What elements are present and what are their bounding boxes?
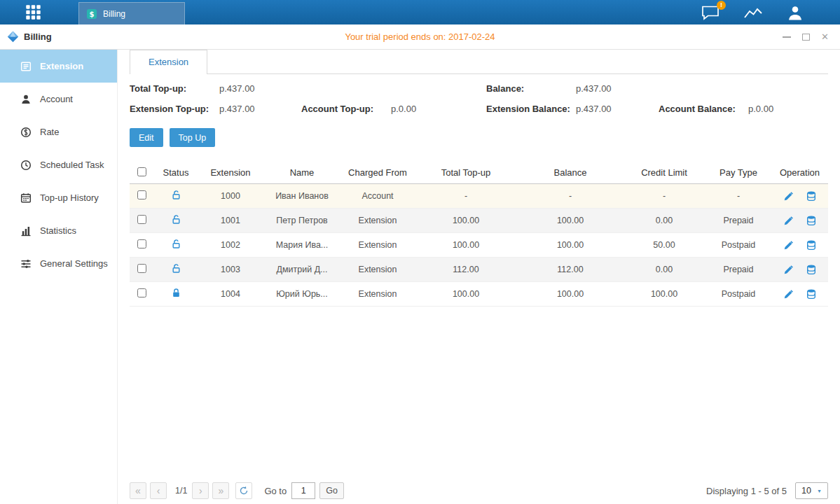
tab-extension[interactable]: Extension (130, 50, 207, 74)
cell-pay-type: Postpaid (705, 282, 771, 307)
row-edit-button[interactable] (783, 191, 794, 202)
stats-button[interactable] (743, 5, 763, 20)
page-size-select[interactable]: 10 ▼ (795, 482, 828, 499)
sidebar-item-label: Statistics (40, 225, 76, 236)
row-checkbox[interactable] (137, 215, 146, 224)
chevron-down-icon: ▼ (817, 489, 827, 493)
row-topup-button[interactable] (806, 288, 817, 300)
sidebar-item-extension[interactable]: Extension (0, 50, 117, 83)
row-checkbox[interactable] (137, 190, 146, 200)
cell-balance: 100.00 (518, 233, 623, 258)
topbar-right: ! (701, 5, 804, 20)
topup-button[interactable]: Top Up (170, 128, 216, 147)
sidebar-item-statistics[interactable]: Statistics (0, 214, 117, 247)
select-all-checkbox[interactable] (137, 167, 146, 176)
lock-closed-icon (171, 288, 181, 298)
row-edit-button[interactable] (783, 240, 794, 251)
next-page-button[interactable]: › (192, 482, 209, 499)
row-checkbox[interactable] (137, 239, 146, 248)
sidebar-item-label: Rate (40, 127, 59, 137)
window-title: Billing (24, 31, 52, 42)
topbar: $ Billing ! (0, 0, 840, 24)
row-checkbox[interactable] (137, 264, 146, 273)
cell-name: Дмитрий Д... (263, 258, 341, 282)
sidebar-item-rate[interactable]: Rate (0, 115, 117, 148)
refresh-icon (239, 486, 249, 496)
row-topup-button[interactable] (806, 215, 817, 226)
apps-grid-button[interactable] (25, 4, 41, 20)
cell-total-topup: 100.00 (414, 209, 518, 233)
row-edit-button[interactable] (783, 216, 794, 226)
summary-value: p.437.00 (219, 83, 255, 94)
sidebar-item-scheduled-task[interactable]: Scheduled Task (0, 148, 117, 181)
operation-cell (771, 288, 828, 300)
sidebar-item-top-up-history[interactable]: Top-up History (0, 181, 117, 214)
summary-label: Extension Balance: (486, 104, 576, 114)
pagination-bar: « ‹ 1/1 › » Go to Go Displaying 1 - 5 of… (130, 482, 828, 499)
operation-cell (771, 215, 828, 226)
column-header-balance: Balance (518, 162, 623, 184)
row-edit-button[interactable] (783, 289, 794, 300)
rate-icon (20, 127, 32, 138)
user-button[interactable] (787, 5, 804, 20)
cell-pay-type: Prepaid (705, 209, 771, 233)
sidebar-item-label: Top-up History (40, 192, 99, 203)
titlebar-left: Billing (7, 31, 52, 43)
maximize-button[interactable] (802, 34, 810, 41)
table-body: 1000Иван ИвановAccount----1001Петр Петро… (130, 184, 828, 307)
table-row[interactable]: 1000Иван ИвановAccount---- (130, 184, 828, 209)
summary-label: Account Balance: (659, 104, 748, 114)
row-topup-button[interactable] (806, 264, 817, 275)
table-row[interactable]: 1002Мария Ива...Extension100.00100.0050.… (130, 233, 828, 258)
notification-badge: ! (717, 1, 726, 10)
table-row[interactable]: 1001Петр ПетровExtension100.00100.000.00… (130, 209, 828, 233)
summary-label: Balance: (486, 83, 576, 94)
edit-button[interactable]: Edit (130, 128, 163, 147)
lock-open-icon (171, 214, 181, 225)
billing-dollar-icon: $ (86, 8, 97, 20)
operation-cell (771, 239, 828, 251)
summary-field: Extension Top-up:p.437.00 (130, 104, 301, 114)
sidebar-item-label: Account (40, 94, 73, 104)
summary-value: p.0.00 (748, 104, 773, 114)
cell-name: Юрий Юрь... (263, 282, 341, 307)
content-panel: Extension Total Top-up:p.437.00Balance:p… (118, 50, 840, 504)
prev-page-button[interactable]: ‹ (150, 482, 167, 499)
cell-charged-from: Extension (341, 209, 414, 233)
table-row[interactable]: 1003Дмитрий Д...Extension112.00112.000.0… (130, 258, 828, 282)
goto-input[interactable] (291, 482, 315, 499)
row-checkbox[interactable] (137, 288, 146, 298)
displaying-text: Displaying 1 - 5 of 5 (706, 486, 787, 496)
summary-value: p.437.00 (576, 83, 612, 94)
cell-balance: 100.00 (518, 282, 623, 307)
billing-app: $ Billing ! (0, 0, 840, 504)
summary: Total Top-up:p.437.00Balance:p.437.00Ext… (130, 83, 828, 114)
lock-open-icon (171, 190, 181, 200)
extension-table: StatusExtensionNameCharged FromTotal Top… (130, 162, 828, 307)
refresh-button[interactable] (235, 482, 252, 499)
row-edit-button[interactable] (783, 265, 794, 275)
cell-credit-limit: 100.00 (623, 282, 705, 307)
sidebar-item-general-settings[interactable]: General Settings (0, 247, 117, 280)
line-chart-icon (743, 5, 763, 20)
row-topup-button[interactable] (806, 239, 817, 251)
last-page-button[interactable]: » (212, 482, 229, 499)
cell-credit-limit: 50.00 (623, 233, 705, 258)
sidebar-item-account[interactable]: Account (0, 83, 117, 115)
cell-credit-limit: 0.00 (623, 209, 705, 233)
cell-extension: 1004 (198, 282, 263, 307)
messages-button[interactable]: ! (701, 5, 719, 20)
minimize-button[interactable] (783, 36, 791, 38)
row-topup-button[interactable] (806, 190, 817, 202)
column-header-total-top-up: Total Top-up (414, 162, 518, 184)
first-page-button[interactable]: « (130, 482, 146, 499)
close-button[interactable]: ✕ (821, 32, 829, 41)
column-header-extension: Extension (198, 162, 263, 184)
sidebar-item-label: Scheduled Task (40, 160, 104, 170)
table-row[interactable]: 1004Юрий Юрь...Extension100.00100.00100.… (130, 282, 828, 307)
pagination-right: Displaying 1 - 5 of 5 10 ▼ (706, 482, 828, 499)
billing-top-tab[interactable]: $ Billing (78, 2, 185, 24)
go-button[interactable]: Go (319, 482, 344, 499)
tabstrip: Extension (130, 50, 828, 74)
summary-spacer (301, 83, 486, 94)
